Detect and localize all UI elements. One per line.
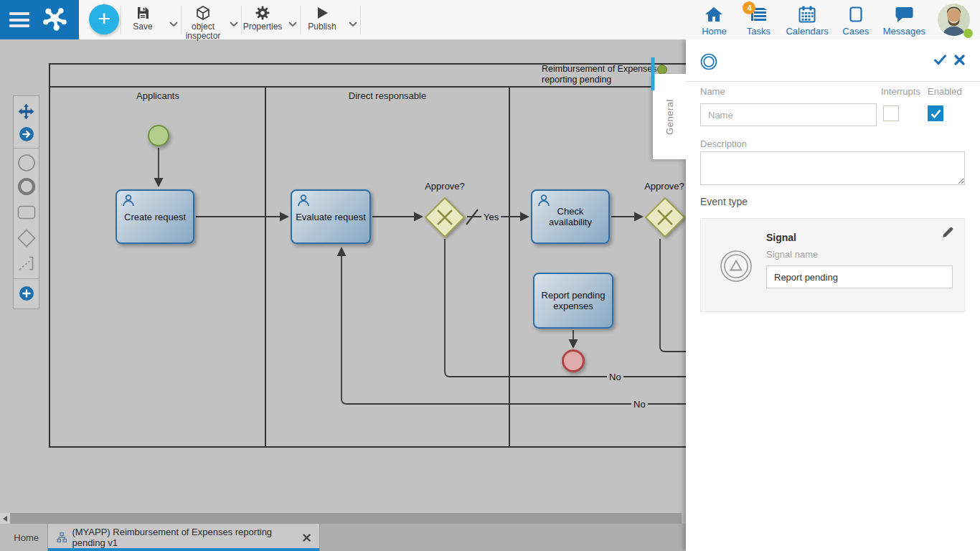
- tab-home[interactable]: Home: [0, 524, 48, 551]
- object-inspector-label: objectinspector: [181, 22, 225, 41]
- avatar-status-dot: [963, 29, 973, 38]
- app-header: + Save objectinspector Properties Publis…: [0, 0, 980, 39]
- gear-icon: [241, 6, 284, 20]
- signal-title: Signal: [766, 232, 796, 243]
- close-icon[interactable]: [303, 534, 311, 542]
- active-tab-underline: [48, 548, 319, 551]
- bottom-tab-bar: Home (MYAPP) Reimbursement of Expenses r…: [0, 524, 686, 551]
- description-label: Description: [700, 138, 747, 149]
- end-event[interactable]: [562, 349, 585, 372]
- start-event[interactable]: [148, 125, 169, 146]
- edge-label-no: No: [631, 399, 648, 410]
- signal-event-card: Signal Signal name: [700, 218, 965, 312]
- boundary-event-icon: [700, 53, 717, 70]
- signal-name-label: Signal name: [766, 249, 818, 260]
- tab-accent-bar: [651, 57, 655, 90]
- publish-label: Publish: [300, 22, 344, 32]
- chevron-down-icon[interactable]: [349, 17, 357, 30]
- gateway-approve-2[interactable]: [642, 194, 686, 240]
- hamburger-icon[interactable]: [9, 12, 29, 27]
- properties-panel: Name Interrupts Enabled Description Even…: [686, 39, 980, 551]
- gateway-label: Approve?: [420, 181, 469, 192]
- top-nav: Home 4 Tasks Calendars Cases Messages: [697, 1, 925, 39]
- gateway-label: Approve?: [641, 181, 686, 192]
- interrupts-label: Interrupts: [881, 86, 920, 97]
- edge-label-yes: Yes: [481, 212, 501, 222]
- chevron-down-icon[interactable]: [230, 17, 238, 30]
- scroll-left-button[interactable]: [0, 513, 10, 524]
- properties-label: Properties: [241, 22, 284, 32]
- tab-process[interactable]: (MYAPP) Reimbursement of Expenses report…: [48, 524, 320, 551]
- check-icon: [930, 109, 941, 118]
- pencil-icon[interactable]: [941, 226, 954, 242]
- signal-name-input[interactable]: [766, 265, 953, 288]
- confirm-icon[interactable]: [934, 55, 946, 68]
- properties-button[interactable]: Properties: [241, 1, 300, 38]
- nav-cases[interactable]: Cases: [839, 1, 873, 39]
- nav-calendars[interactable]: Calendars: [786, 1, 828, 39]
- sitemap-icon: [57, 532, 67, 543]
- edge-label-no: No: [607, 372, 623, 382]
- toolbar-separator: [360, 6, 361, 34]
- home-icon: [705, 5, 723, 24]
- nav-tasks[interactable]: 4 Tasks: [741, 1, 776, 39]
- save-label: Save: [121, 22, 165, 32]
- cube-icon: [181, 6, 225, 20]
- enabled-checkbox[interactable]: [928, 105, 943, 121]
- task-check-availability[interactable]: Check availability: [531, 189, 610, 244]
- save-button[interactable]: Save: [121, 1, 181, 38]
- person-icon: [122, 194, 135, 207]
- calendar-icon: [798, 5, 816, 24]
- nav-messages[interactable]: Messages: [883, 1, 925, 39]
- tab-general[interactable]: General: [653, 74, 686, 159]
- chevron-down-icon[interactable]: [288, 17, 297, 30]
- signal-event-icon: [720, 250, 753, 283]
- save-icon: [121, 6, 165, 20]
- task-report-pending-expenses[interactable]: Report pending expenses: [533, 273, 613, 329]
- description-textarea[interactable]: [700, 151, 965, 185]
- close-icon[interactable]: [954, 55, 965, 68]
- brand-block: [0, 0, 79, 39]
- event-type-label: Event type: [700, 196, 748, 207]
- name-label: Name: [700, 86, 725, 97]
- horizontal-scrollbar[interactable]: [0, 513, 686, 524]
- diagram-canvas[interactable]: Reimbursement of Expenses reporting pend…: [0, 39, 686, 551]
- person-icon: [537, 194, 550, 207]
- gateway-approve-1[interactable]: [422, 194, 468, 240]
- panel-divider: [686, 81, 980, 82]
- name-input[interactable]: [700, 103, 877, 126]
- case-icon: [847, 5, 865, 24]
- play-icon: [300, 6, 344, 20]
- task-create-request[interactable]: Create request: [116, 189, 194, 244]
- chevron-down-icon[interactable]: [169, 17, 178, 30]
- brand-logo[interactable]: [39, 5, 72, 35]
- object-inspector-button[interactable]: objectinspector: [181, 1, 241, 38]
- message-icon: [895, 5, 914, 24]
- publish-button[interactable]: Publish: [300, 1, 360, 38]
- task-evaluate-request[interactable]: Evaluate request: [291, 189, 371, 244]
- enabled-label: Enabled: [928, 86, 962, 97]
- add-button[interactable]: +: [89, 4, 119, 34]
- nav-home[interactable]: Home: [697, 1, 731, 39]
- interrupts-checkbox[interactable]: [883, 105, 899, 121]
- scrollbar-thumb[interactable]: [10, 513, 682, 524]
- person-icon: [297, 194, 310, 207]
